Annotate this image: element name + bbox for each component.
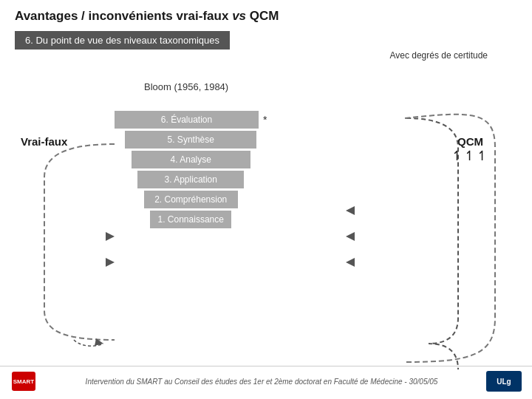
certitude-label: Avec degrés de certitude	[389, 50, 488, 61]
svg-marker-3	[346, 258, 355, 267]
level-row-6: 1. Connaissance	[150, 211, 231, 228]
level-box-3: 3. Application	[137, 171, 244, 188]
title-rest: QCM	[246, 9, 279, 23]
subtitle-badge: 6. Du point de vue des niveaux taxonomiq…	[15, 31, 230, 50]
vrai-faux-label: Vrai-faux	[21, 135, 67, 148]
page-title: Avantages / inconvénients vrai-faux vs Q…	[15, 9, 517, 24]
footer-right-logo: ULg	[486, 371, 522, 392]
svg-marker-5	[95, 338, 103, 346]
footer: SMART Intervention du SMART au Conseil d…	[0, 366, 532, 392]
footer-left-logo: SMART	[10, 371, 37, 392]
level-row-1: 6. Évaluation*	[115, 111, 267, 129]
page-container: Avantages / inconvénients vrai-faux vs Q…	[0, 0, 532, 399]
level-row-4: 3. Application	[137, 171, 244, 188]
subtitle-text: 6. Du point de vue des niveaux taxonomiq…	[25, 35, 219, 46]
level-box-1: 1. Connaissance	[150, 211, 231, 228]
level-box-6: 6. Évaluation	[115, 111, 259, 129]
svg-marker-4	[346, 206, 355, 215]
level-box-5: 5. Synthèse	[125, 131, 256, 149]
svg-marker-0	[106, 232, 115, 241]
star-indicator: *	[263, 114, 267, 126]
title-italic: vs	[232, 9, 246, 23]
levels-container: 6. Évaluation*5. Synthèse4. Analyse3. Ap…	[115, 111, 267, 228]
bloom-label: Bloom (1956, 1984)	[144, 81, 228, 92]
level-row-3: 4. Analyse	[132, 151, 250, 168]
svg-marker-2	[346, 232, 355, 241]
level-box-4: 4. Analyse	[132, 151, 250, 168]
svg-marker-1	[106, 258, 115, 267]
level-row-5: 2. Compréhension	[144, 191, 238, 208]
footer-text: Intervention du SMART au Conseil des étu…	[37, 378, 486, 386]
level-row-2: 5. Synthèse	[125, 131, 256, 149]
qcm-label: QCM ↿↿↿	[451, 135, 489, 164]
level-box-2: 2. Compréhension	[144, 191, 238, 208]
title-main: Avantages / inconvénients vrai-faux	[15, 9, 232, 23]
